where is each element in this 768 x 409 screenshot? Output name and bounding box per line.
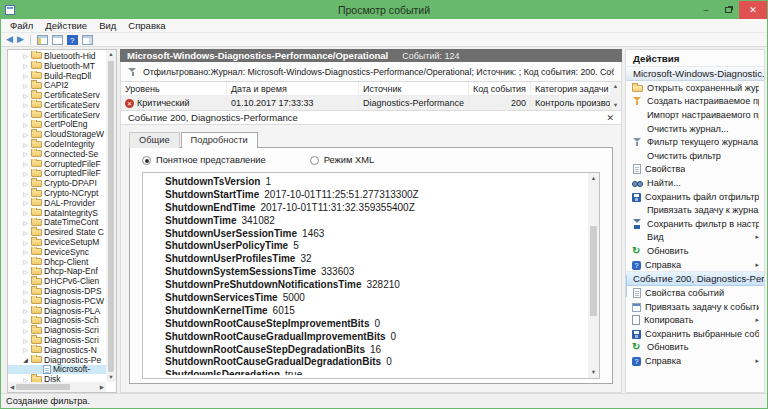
forward-icon[interactable]: ▶	[17, 35, 24, 44]
expander-icon[interactable]	[22, 239, 29, 246]
scroll-up-icon[interactable]: ▲	[108, 50, 113, 60]
tree-item[interactable]: CloudStorageW	[8, 129, 106, 139]
scroll-left-icon[interactable]: ◀	[8, 384, 16, 390]
tree-vertical-scrollbar[interactable]: ▲ ▼	[106, 50, 116, 382]
expander-icon[interactable]	[22, 141, 29, 148]
expander-icon[interactable]	[22, 199, 29, 206]
action-item[interactable]: Очистить фильтр	[626, 149, 764, 163]
help-icon[interactable]	[67, 35, 78, 45]
column-header-source[interactable]: Источник	[359, 82, 469, 95]
menu-item[interactable]: Действие	[39, 20, 93, 31]
expander-icon[interactable]	[22, 346, 29, 353]
tree-item[interactable]: DAL-Provider	[8, 198, 106, 208]
splitter-handle[interactable]	[625, 275, 627, 297]
close-button[interactable]: ✕	[739, 1, 767, 19]
table-row[interactable]: ✕ Критический 01.10.2017 17:33:33 Diagno…	[121, 96, 610, 110]
expander-icon[interactable]	[22, 209, 29, 216]
tree-item[interactable]: CertificateServ	[8, 110, 106, 120]
action-item[interactable]: Обновить	[626, 244, 764, 258]
minimize-button[interactable]: –	[695, 1, 717, 19]
expander-icon[interactable]	[22, 190, 29, 197]
action-item[interactable]: Копировать	[626, 314, 764, 328]
tree-item[interactable]: Crypto-NCrypt	[8, 188, 106, 198]
menu-item[interactable]: Файл	[4, 20, 39, 31]
column-header-datetime[interactable]: Дата и время	[227, 82, 359, 95]
tree-item[interactable]: DateTimeCont	[8, 218, 106, 228]
actions-section-event-header[interactable]: Событие 200, Diagnostics-Perf... ▲	[626, 271, 764, 286]
tree-horizontal-scrollbar[interactable]: ◀ ▶	[8, 382, 106, 392]
tree-item[interactable]: DataIntegrityS	[8, 208, 106, 218]
tree-item[interactable]: CorruptedFileF	[8, 159, 106, 169]
expander-icon[interactable]	[22, 219, 29, 226]
expander-icon[interactable]	[22, 160, 29, 167]
action-item[interactable]: Справка	[626, 258, 764, 272]
tree-item[interactable]: DHCPv6-Clien	[8, 276, 106, 286]
action-item[interactable]: Создать настраиваемое представ...	[626, 95, 764, 109]
action-item[interactable]: Свойства	[626, 163, 764, 177]
tree-item[interactable]: CAPI2	[8, 80, 106, 90]
tree-item[interactable]: DeviceSync	[8, 247, 106, 257]
tree-item[interactable]: Desired State C	[8, 227, 106, 237]
tree-item[interactable]: Bluetooth-MT	[8, 61, 106, 71]
table-scrollbar[interactable]: ▲ ▼	[610, 82, 621, 110]
expander-icon[interactable]	[22, 278, 29, 285]
expander-icon[interactable]	[22, 82, 29, 89]
expander-icon[interactable]	[22, 131, 29, 138]
column-header-category[interactable]: Категория задачи	[531, 82, 610, 95]
tree-item[interactable]: Dhcp-Client	[8, 257, 106, 267]
tree-item[interactable]: Diagnosis-PCW	[8, 296, 106, 306]
radio-icon[interactable]	[142, 156, 151, 165]
expander-icon[interactable]	[22, 180, 29, 187]
tree-item[interactable]: Build-RegDll	[8, 71, 106, 81]
tree-item[interactable]: Dhcp-Nap-Enf	[8, 267, 106, 277]
action-item[interactable]: Сохранить фильтр в настраиваем...	[626, 217, 764, 231]
action-item[interactable]: Привязать задачу к журналу...	[626, 203, 764, 217]
action-item[interactable]: Очистить журнал...	[626, 122, 764, 136]
expander-icon[interactable]	[22, 288, 29, 295]
radio-icon[interactable]	[310, 156, 319, 165]
tree-item[interactable]: Diagnostics-Pe	[8, 355, 106, 365]
expander-icon[interactable]	[22, 150, 29, 157]
expander-icon[interactable]	[22, 52, 29, 59]
actions-section-log-header[interactable]: Microsoft-Windows-Diagnostic... ▲	[626, 66, 764, 81]
preview-tab[interactable]: Общие	[129, 132, 180, 148]
tree-item[interactable]: Bluetooth-Hid	[8, 51, 106, 61]
tree-item[interactable]: Diagnosis-Scri	[8, 335, 106, 345]
tree-item[interactable]: Diagnosis-Sch	[8, 316, 106, 326]
scroll-down-icon[interactable]: ▼	[613, 101, 618, 111]
tree-item[interactable]: Connected-Se	[8, 149, 106, 159]
action-item[interactable]: Открыть сохраненный журнал...	[626, 81, 764, 95]
tree-item[interactable]: Diagnosis-Scri	[8, 325, 106, 335]
expander-icon[interactable]	[22, 297, 29, 304]
expander-icon[interactable]	[22, 327, 29, 334]
expander-icon[interactable]	[22, 248, 29, 255]
expander-icon[interactable]	[22, 229, 29, 236]
expander-icon[interactable]	[22, 337, 29, 344]
expander-icon[interactable]	[22, 258, 29, 265]
expander-icon[interactable]	[22, 317, 29, 324]
tree-item[interactable]: CertificateServ	[8, 90, 106, 100]
action-item[interactable]: Справка	[626, 354, 764, 368]
action-item[interactable]: Вид	[626, 231, 764, 245]
expander-icon[interactable]	[22, 170, 29, 177]
show-console-tree-icon[interactable]	[37, 35, 48, 45]
expander-icon[interactable]	[22, 101, 29, 108]
expander-icon[interactable]	[22, 121, 29, 128]
tree-item[interactable]: CertificateServ	[8, 100, 106, 110]
action-item[interactable]: Привязать задачу к событию...	[626, 300, 764, 314]
action-item[interactable]: Свойства событий	[626, 286, 764, 300]
tree-item[interactable]: DeviceSetupM	[8, 237, 106, 247]
view-mode-option[interactable]: Режим XML	[310, 155, 374, 165]
column-header-level[interactable]: Уровень	[121, 82, 227, 95]
menu-item[interactable]: Вид	[93, 20, 122, 31]
tree-item[interactable]: Disk	[8, 374, 106, 382]
tree-item[interactable]: CertPolEng	[8, 120, 106, 130]
tree-item[interactable]: Diagnosis-PLA	[8, 306, 106, 316]
action-item[interactable]: Сохранить файл отфильтрованн...	[626, 190, 764, 204]
action-item[interactable]: Импорт настраиваемого предста...	[626, 108, 764, 122]
scrollbar-thumb[interactable]	[16, 384, 70, 390]
action-item[interactable]: Сохранить выбранные события...	[626, 327, 764, 341]
details-scrollbar[interactable]: ▲ ▼	[588, 173, 599, 378]
expander-icon[interactable]	[22, 62, 29, 69]
tree-item[interactable]: Microsoft-	[8, 365, 106, 375]
